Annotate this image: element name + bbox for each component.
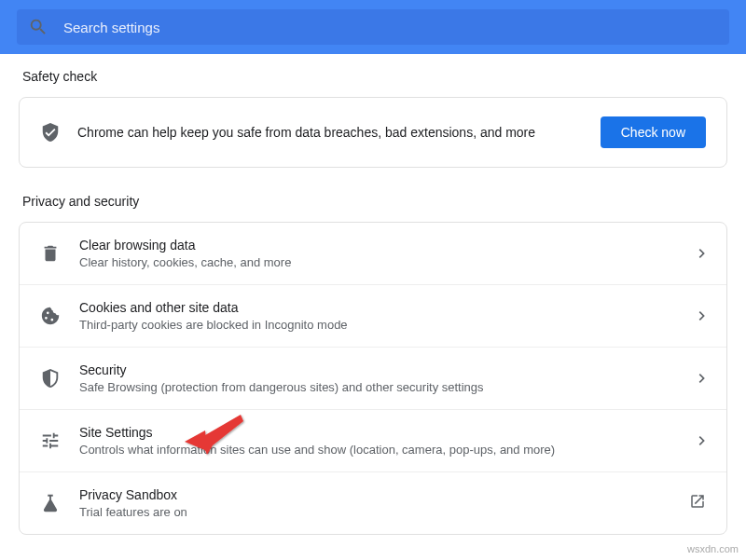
search-icon: [28, 17, 48, 37]
row-subtitle: Safe Browsing (protection from dangerous…: [79, 380, 680, 394]
row-title: Site Settings: [79, 425, 680, 440]
tune-icon: [40, 430, 61, 451]
list-item-site-settings[interactable]: Site Settings Controls what information …: [20, 410, 726, 472]
check-now-button[interactable]: Check now: [601, 116, 706, 148]
watermark: wsxdn.com: [687, 543, 739, 554]
row-subtitle: Third-party cookies are blocked in Incog…: [79, 318, 680, 332]
chevron-right-icon: [698, 307, 706, 324]
list-item-cookies[interactable]: Cookies and other site data Third-party …: [20, 285, 726, 348]
cookie-icon: [40, 306, 61, 326]
row-subtitle: Trial features are on: [79, 505, 670, 519]
section-title-privacy: Privacy and security: [22, 194, 724, 209]
row-subtitle: Clear history, cookies, cache, and more: [79, 255, 680, 269]
row-text: Privacy Sandbox Trial features are on: [79, 487, 670, 519]
search-input[interactable]: [63, 20, 718, 35]
row-title: Cookies and other site data: [79, 300, 680, 315]
shield-icon: [40, 368, 61, 389]
list-item-clear-browsing-data[interactable]: Clear browsing data Clear history, cooki…: [20, 223, 726, 285]
section-title-safety: Safety check: [22, 69, 724, 84]
open-in-new-icon: [689, 493, 706, 513]
chevron-right-icon: [698, 370, 706, 387]
row-text: Security Safe Browsing (protection from …: [79, 362, 680, 394]
safety-check-text: Chrome can help keep you safe from data …: [77, 125, 584, 140]
row-subtitle: Controls what information sites can use …: [79, 443, 680, 457]
row-title: Privacy Sandbox: [79, 487, 670, 502]
list-item-privacy-sandbox[interactable]: Privacy Sandbox Trial features are on: [20, 472, 726, 534]
row-text: Clear browsing data Clear history, cooki…: [79, 238, 680, 269]
row-text: Site Settings Controls what information …: [79, 425, 680, 457]
safety-check-row: Chrome can help keep you safe from data …: [20, 98, 726, 167]
chevron-right-icon: [698, 432, 706, 449]
search-bar: [0, 0, 746, 54]
flask-icon: [40, 493, 61, 513]
list-item-security[interactable]: Security Safe Browsing (protection from …: [20, 348, 726, 410]
trash-icon: [40, 243, 61, 264]
search-field[interactable]: [17, 9, 729, 45]
settings-content: Safety check Chrome can help keep you sa…: [0, 54, 746, 546]
chevron-right-icon: [698, 245, 706, 262]
row-title: Security: [79, 362, 680, 377]
row-title: Clear browsing data: [79, 238, 680, 253]
safety-check-card: Chrome can help keep you safe from data …: [19, 97, 727, 168]
privacy-list: Clear browsing data Clear history, cooki…: [19, 222, 727, 535]
shield-check-icon: [40, 122, 61, 143]
row-text: Cookies and other site data Third-party …: [79, 300, 680, 332]
